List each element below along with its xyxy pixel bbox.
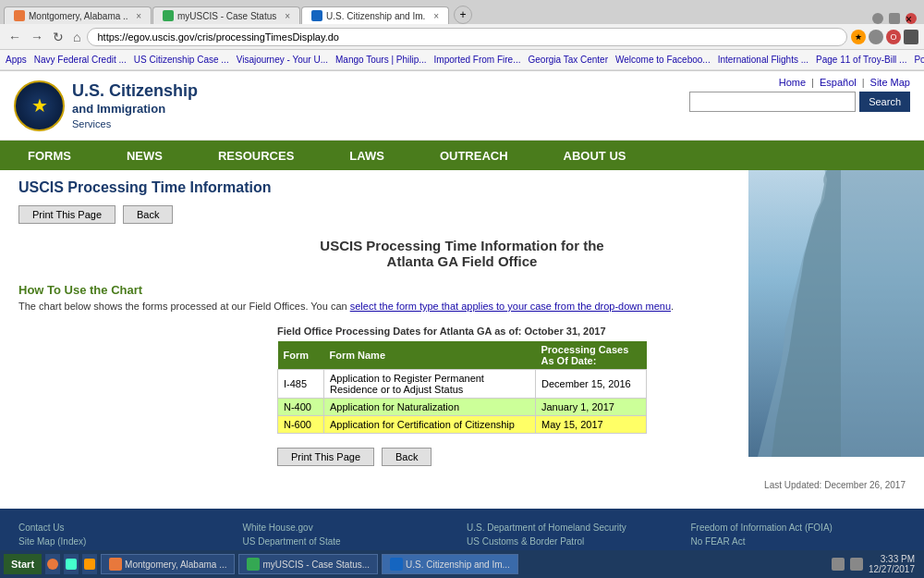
- close-button[interactable]: ×: [906, 13, 917, 24]
- tab-close-1[interactable]: ×: [136, 11, 141, 21]
- tray-volume-icon: [850, 558, 863, 571]
- tabs-bar: Montgomery, Alabama ... × myUSCIS - Case…: [0, 0, 924, 24]
- back-button[interactable]: ←: [6, 30, 24, 44]
- tab-close-2[interactable]: ×: [285, 11, 290, 21]
- bookmark-pool[interactable]: Pool School - TFP H...: [914, 55, 924, 65]
- reload-button[interactable]: ↻: [50, 30, 67, 44]
- last-updated: Last Updated: December 26, 2017: [18, 480, 906, 490]
- home-link[interactable]: Home: [779, 77, 806, 88]
- header-right: Home | Español | Site Map Search: [689, 77, 910, 112]
- bookmark-apps[interactable]: Apps: [6, 55, 27, 65]
- bookmark-flights[interactable]: International Flights ...: [718, 55, 808, 65]
- uscis-header: ★ U.S. Citizenship and Immigration Servi…: [0, 71, 924, 141]
- bookmarks-bar: Apps Navy Federal Credit ... US Citizens…: [0, 50, 924, 70]
- toolbar-icons: ★ O: [851, 30, 918, 44]
- uscis-logo: ★ U.S. Citizenship and Immigration Servi…: [14, 80, 198, 131]
- uscis-nav: FORMS NEWS RESOURCES LAWS OUTREACH ABOUT…: [0, 141, 924, 170]
- sitemap-link[interactable]: Site Map: [870, 77, 910, 88]
- taskbar-app-montgomery[interactable]: Montgomery, Alabama ...: [101, 554, 235, 574]
- menu-icon[interactable]: [904, 30, 918, 44]
- address-bar-row: ← → ↻ ⌂ ★ O: [0, 24, 924, 50]
- opera-icon[interactable]: O: [886, 30, 901, 44]
- maximize-button[interactable]: [889, 13, 900, 24]
- nav-news[interactable]: NEWS: [99, 141, 190, 170]
- bookmark-mango[interactable]: Mango Tours | Philip...: [335, 55, 427, 65]
- bookmark-facebook[interactable]: Welcome to Faceboo...: [615, 55, 711, 65]
- processing-title-section: USCIS Processing Time Information for th…: [18, 238, 906, 269]
- footer-link-cbp[interactable]: US Customs & Border Patrol: [467, 536, 682, 547]
- tab-close-3[interactable]: ×: [433, 11, 439, 21]
- tab-3[interactable]: U.S. Citizenship and Im... ×: [301, 6, 449, 24]
- processing-title-line1: USCIS Processing Time Information for th…: [18, 238, 906, 253]
- bottom-btn-row: Print This Page Back: [277, 448, 647, 466]
- footer-link-whitehouse[interactable]: White House.gov: [243, 523, 458, 533]
- footer-link-contact[interactable]: Contact Us: [18, 523, 234, 533]
- footer-link-foia[interactable]: Freedom of Information Act (FOIA): [691, 523, 906, 533]
- logo-title-line2: and Immigration: [72, 102, 198, 117]
- bookmark-imported[interactable]: Imported From Fire...: [434, 55, 521, 65]
- taskbar-icon-3[interactable]: [82, 554, 97, 574]
- footer-link-nofear[interactable]: No FEAR Act: [691, 536, 906, 547]
- browser-chrome: Montgomery, Alabama ... × myUSCIS - Case…: [0, 0, 924, 71]
- howto-desc: The chart below shows the forms processe…: [18, 301, 906, 312]
- espanol-link[interactable]: Español: [820, 77, 857, 88]
- col-header-date: Processing Cases As Of Date:: [536, 341, 647, 370]
- bookmark-uscis[interactable]: US Citizenship Case ...: [134, 55, 229, 65]
- table-header-date: October 31, 2017: [525, 326, 606, 337]
- howto-title: How To Use the Chart: [18, 283, 906, 297]
- cell-date-2: May 15, 2017: [536, 416, 647, 434]
- table-section: Field Office Processing Dates for Atlant…: [277, 326, 647, 434]
- nav-about-us[interactable]: ABOUT US: [536, 141, 654, 170]
- taskbar-icon-2[interactable]: [64, 554, 79, 574]
- nav-laws[interactable]: LAWS: [322, 141, 412, 170]
- table-header-bold: Field Office Processing Dates for Atlant…: [277, 326, 521, 337]
- bookmark-visa[interactable]: Visajourney - Your U...: [237, 55, 328, 65]
- search-input[interactable]: [689, 92, 856, 112]
- taskbar-icon-1[interactable]: [45, 554, 60, 574]
- user-icon[interactable]: [869, 30, 883, 44]
- home-button[interactable]: ⌂: [70, 30, 83, 44]
- cell-form-2: N-600: [278, 416, 324, 434]
- logo-title-line3: Services: [72, 117, 198, 130]
- bookmark-navy[interactable]: Navy Federal Credit ...: [34, 55, 127, 65]
- header-links: Home | Español | Site Map: [779, 77, 910, 88]
- footer-link-sitemap[interactable]: Site Map (Index): [18, 536, 234, 547]
- table-row: N-600 Application for Certification of C…: [278, 416, 647, 434]
- tray-network-icon: [832, 558, 845, 571]
- table-row: N-400 Application for Naturalization Jan…: [278, 399, 647, 416]
- content-area: USCIS Processing Time Information Print …: [18, 179, 906, 490]
- uscis-page: ★ U.S. Citizenship and Immigration Servi…: [0, 71, 924, 578]
- tab-2[interactable]: myUSCIS - Case Status ... ×: [152, 6, 300, 24]
- search-button[interactable]: Search: [859, 92, 910, 112]
- nav-forms[interactable]: FORMS: [0, 141, 99, 170]
- processing-title-line2: Atlanta GA Field Office: [18, 253, 906, 269]
- print-page-button-bottom[interactable]: Print This Page: [277, 448, 374, 466]
- start-button[interactable]: Start: [4, 554, 42, 574]
- taskbar-app-uscis[interactable]: U.S. Citizenship and Im...: [382, 554, 518, 574]
- processing-table: Form Form Name Processing Cases As Of Da…: [277, 341, 647, 434]
- taskbar-time: 3:33 PM 12/27/2017: [869, 554, 915, 574]
- cell-date-1: January 1, 2017: [536, 399, 647, 416]
- seal-icon: ★: [31, 94, 48, 117]
- header-search: Search: [689, 92, 910, 112]
- footer-link-dhs[interactable]: U.S. Department of Homeland Security: [467, 523, 682, 533]
- nav-outreach[interactable]: OUTREACH: [412, 141, 536, 170]
- col-header-name: Form Name: [324, 341, 536, 370]
- back-button-top[interactable]: Back: [123, 205, 173, 224]
- taskbar-app-myuscis[interactable]: myUSCIS - Case Status...: [238, 554, 378, 574]
- back-button-bottom[interactable]: Back: [382, 448, 432, 466]
- cell-form-1: N-400: [278, 399, 324, 416]
- select-form-link[interactable]: select the form type that applies to you…: [350, 301, 671, 312]
- forward-button[interactable]: →: [28, 30, 46, 44]
- cell-form-0: I-485: [278, 370, 324, 399]
- tab-1[interactable]: Montgomery, Alabama ... ×: [4, 6, 152, 24]
- new-tab-button[interactable]: +: [454, 6, 472, 24]
- print-page-button-top[interactable]: Print This Page: [18, 205, 116, 224]
- bookmark-georgia[interactable]: Georgia Tax Center: [528, 55, 608, 65]
- bookmark-troy[interactable]: Page 11 of Troy-Bill ...: [816, 55, 906, 65]
- bookmark-icon[interactable]: ★: [851, 30, 866, 44]
- minimize-button[interactable]: [872, 13, 883, 24]
- address-input[interactable]: [87, 28, 847, 46]
- nav-resources[interactable]: RESOURCES: [190, 141, 322, 170]
- footer-link-state[interactable]: US Department of State: [243, 536, 458, 547]
